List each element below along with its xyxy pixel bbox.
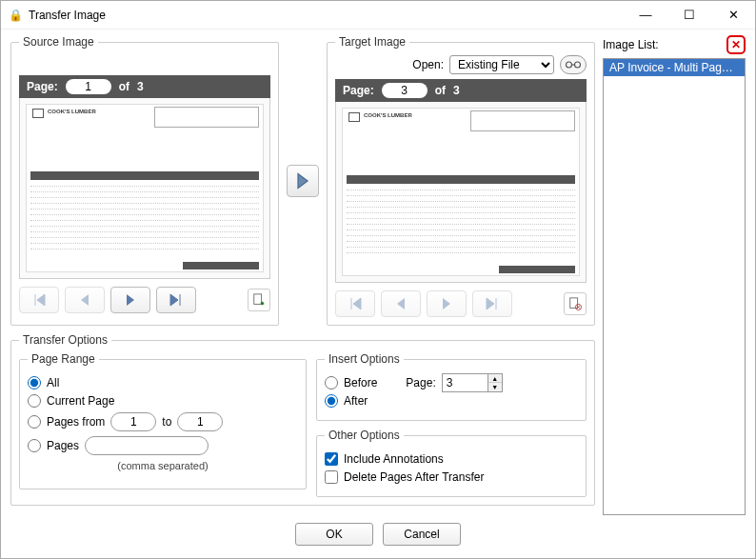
svg-rect-3 [570,298,578,309]
source-prev-button[interactable] [65,287,105,313]
radio-all-label: All [47,376,59,389]
source-first-button[interactable] [19,287,59,313]
target-remove-page-button[interactable] [564,292,587,315]
image-list[interactable]: AP Invoice - Multi Page.pdf [603,58,746,515]
titlebar: 🔒 Transfer Image ― ☐ ✕ [1,1,755,30]
open-select[interactable]: Existing File [449,55,554,74]
source-page-input[interactable]: 1 [66,79,111,94]
radio-after-label: After [344,394,368,408]
of-label: of [119,80,129,93]
svg-point-2 [575,62,581,68]
minimize-button[interactable]: ― [624,1,667,30]
insert-options-group: Insert Options Before After [316,352,587,421]
browse-button[interactable] [560,55,587,74]
source-preview: COOK'S LUMBER [19,98,270,279]
maximize-button[interactable]: ☐ [667,1,711,30]
target-last-button[interactable] [472,290,512,317]
transfer-options-legend: Transfer Options [19,333,111,347]
check-include-row[interactable]: Include Annotations [325,452,578,466]
radio-after[interactable] [325,394,338,408]
check-include-label: Include Annotations [344,452,444,466]
radio-all-row[interactable]: All [28,376,298,389]
radio-current-label: Current Page [47,394,114,408]
to-label: to [162,415,171,429]
source-page-total: 3 [137,80,144,93]
target-page-input[interactable]: 3 [382,83,428,98]
close-icon: ✕ [731,38,741,51]
check-delete-after[interactable] [325,470,338,484]
radio-from-row[interactable]: Pages from to [28,412,298,431]
source-doc-company: COOK'S LUMBER [48,109,96,114]
target-preview: COOK'S LUMBER [335,102,587,283]
lock-icon: 🔒 [9,9,23,22]
insert-page-input[interactable] [442,373,487,392]
source-legend: Source Image [19,35,98,49]
radio-pages-from[interactable] [28,415,41,429]
check-include-annotations[interactable] [325,452,338,466]
image-list-remove-button[interactable]: ✕ [726,35,746,54]
window-title: Transfer Image [29,9,624,22]
transfer-arrow-button[interactable] [287,165,319,197]
svg-rect-0 [254,294,262,305]
spin-up[interactable]: ▲ [488,374,502,383]
source-add-page-button[interactable] [248,289,270,311]
target-legend: Target Image [335,35,409,49]
list-item[interactable]: AP Invoice - Multi Page.pdf [604,59,745,76]
source-last-button[interactable] [156,287,196,313]
radio-before-label: Before [344,376,377,389]
target-first-button[interactable] [335,290,375,317]
radio-current-row[interactable]: Current Page [28,394,298,408]
radio-all[interactable] [28,376,41,389]
target-page-header: Page: 3 of 3 [335,79,587,102]
other-options-group: Other Options Include Annotations Delete… [316,429,587,497]
insert-page-spinner[interactable]: ▲ ▼ [442,373,503,392]
pages-from-input[interactable] [110,412,156,431]
source-next-button[interactable] [110,287,150,313]
pages-list-input[interactable] [85,436,209,455]
binoculars-icon [565,59,582,70]
insert-options-legend: Insert Options [325,352,404,366]
spin-down[interactable]: ▼ [488,383,502,391]
radio-before[interactable] [325,376,338,389]
target-prev-button[interactable] [381,290,421,317]
open-label: Open: [412,58,444,71]
check-delete-label: Delete Pages After Transfer [344,470,484,484]
cancel-button[interactable]: Cancel [383,523,461,546]
radio-after-row[interactable]: After [325,394,377,408]
comma-separated-note: (comma separated) [28,460,298,471]
source-image-group: Source Image Page: 1 of 3 COOK'S LUMBER [10,35,279,326]
radio-current[interactable] [28,394,41,408]
image-list-label: Image List: [603,38,726,51]
check-delete-row[interactable]: Delete Pages After Transfer [325,470,578,484]
page-range-legend: Page Range [28,352,99,366]
pages-to-input[interactable] [177,412,223,431]
radio-pages-row[interactable]: Pages [28,436,298,455]
page-range-group: Page Range All Current Page Pages from t… [19,352,307,489]
page-label: Page: [343,84,374,97]
radio-pages[interactable] [28,439,41,452]
page-label: Page: [27,80,58,93]
of-label: of [435,84,446,97]
target-page-total: 3 [453,84,460,97]
radio-before-row[interactable]: Before [325,376,377,389]
target-doc-company: COOK'S LUMBER [364,112,412,118]
svg-point-1 [567,62,572,68]
source-page-header: Page: 1 of 3 [19,75,270,98]
close-button[interactable]: ✕ [711,1,755,30]
target-next-button[interactable] [427,290,467,317]
target-image-group: Target Image Open: Existing File Page: 3… [327,35,595,326]
radio-pages-label: Pages [47,439,79,452]
ok-button[interactable]: OK [295,523,373,546]
other-options-legend: Other Options [325,429,404,442]
radio-from-label: Pages from [47,415,105,429]
transfer-options-group: Transfer Options Page Range All Current … [10,333,595,506]
insert-page-label: Page: [406,376,435,389]
